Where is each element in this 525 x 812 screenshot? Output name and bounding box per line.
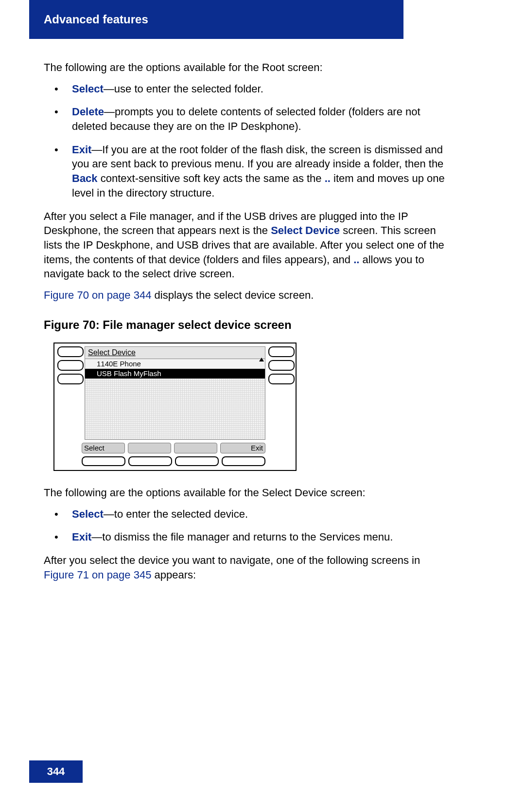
scroll-up-icon bbox=[259, 358, 264, 361]
intro-select-options: The following are the options available … bbox=[44, 486, 452, 500]
right-softkey-column bbox=[268, 346, 293, 440]
softkey-pill bbox=[57, 346, 84, 357]
keyword-dotdot2: .. bbox=[353, 253, 359, 266]
screen-title: Select Device bbox=[85, 347, 265, 359]
keyword-dotdot: .. bbox=[325, 172, 331, 184]
softkey-pill bbox=[128, 456, 172, 466]
xref-figure70[interactable]: Figure 70 on page 344 bbox=[44, 289, 151, 301]
softkey-pill bbox=[268, 374, 295, 384]
keyword-delete: Delete bbox=[72, 106, 104, 118]
after-select-para: After you select the device you want to … bbox=[44, 553, 452, 582]
keyword-select2: Select bbox=[72, 508, 104, 520]
root-options-list: Select—use to enter the selected folder.… bbox=[44, 82, 452, 200]
select-option-exit: Exit—to dismiss the file manager and ret… bbox=[63, 530, 452, 544]
keyword-exit2: Exit bbox=[72, 531, 91, 543]
root-option-select: Select—use to enter the selected folder. bbox=[63, 82, 452, 96]
softkey-blank bbox=[128, 443, 171, 453]
softkey-exit-label: Exit bbox=[220, 443, 265, 453]
softkey-pill bbox=[268, 346, 295, 357]
desc-delete: —prompts you to delete contents of selec… bbox=[72, 106, 420, 132]
keyword-back: Back bbox=[72, 172, 98, 184]
desc-exit-pre: —If you are at the root folder of the fl… bbox=[72, 144, 443, 170]
softkey-pill bbox=[175, 456, 219, 466]
softkey-pill-row bbox=[54, 453, 296, 470]
softkey-pill bbox=[57, 374, 84, 384]
left-softkey-column bbox=[57, 346, 82, 440]
desc-exit-mid: context-sensitive soft key acts the same… bbox=[98, 172, 325, 184]
softkey-pill bbox=[82, 456, 125, 466]
after-select-pre: After you select the device you want to … bbox=[44, 554, 420, 566]
section-header: Advanced features bbox=[29, 0, 403, 39]
document-page: Advanced features The following are the … bbox=[0, 0, 525, 812]
after-root-para: After you select a File manager, and if … bbox=[44, 209, 452, 281]
lcd-screen: Select Device 1140E Phone USB Flash MyFl… bbox=[85, 346, 265, 440]
select-option-select: Select—to enter the selected device. bbox=[63, 507, 452, 522]
device-row-usb-selected: USB Flash MyFlash bbox=[85, 369, 265, 379]
softkey-pill bbox=[57, 360, 84, 371]
figure-title: Figure 70: File manager select device sc… bbox=[44, 317, 452, 333]
desc-select2: —to enter the selected device. bbox=[104, 508, 248, 520]
intro-root-options: The following are the options available … bbox=[44, 60, 452, 75]
body-content: The following are the options available … bbox=[44, 54, 452, 589]
figure-ref-line: Figure 70 on page 344 displays the selec… bbox=[44, 288, 452, 303]
root-option-exit: Exit—If you are at the root folder of th… bbox=[63, 143, 452, 200]
keyword-select-device: Select Device bbox=[271, 224, 340, 236]
softkey-label-row: Select Exit bbox=[54, 443, 296, 453]
page-number: 344 bbox=[29, 760, 83, 783]
softkey-select-label: Select bbox=[82, 443, 125, 453]
root-option-delete: Delete—prompts you to delete contents of… bbox=[63, 105, 452, 133]
xref-figure71[interactable]: Figure 71 on page 345 bbox=[44, 569, 151, 581]
desc-exit2: —to dismiss the file manager and returns… bbox=[91, 531, 393, 543]
device-screenshot: Select Device 1140E Phone USB Flash MyFl… bbox=[53, 343, 297, 471]
section-title: Advanced features bbox=[44, 13, 148, 26]
softkey-pill bbox=[268, 360, 295, 371]
select-options-list: Select—to enter the selected device. Exi… bbox=[44, 507, 452, 544]
device-row-phone: 1140E Phone bbox=[85, 359, 265, 369]
keyword-exit: Exit bbox=[72, 144, 91, 156]
figure-ref-rest: displays the select device screen. bbox=[151, 289, 314, 301]
softkey-blank bbox=[174, 443, 217, 453]
keyword-select: Select bbox=[72, 83, 104, 95]
device-inner: Select Device 1140E Phone USB Flash MyFl… bbox=[54, 343, 296, 443]
after-select-post: appears: bbox=[151, 569, 196, 581]
desc-select: —use to enter the selected folder. bbox=[104, 83, 263, 95]
softkey-pill bbox=[222, 456, 265, 466]
